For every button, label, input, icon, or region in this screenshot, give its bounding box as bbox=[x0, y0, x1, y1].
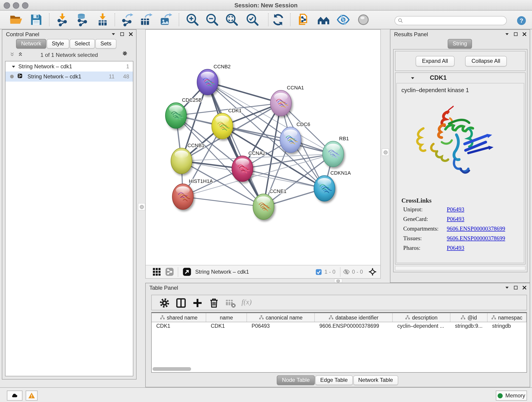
table-cell[interactable]: 9606.ENSP00000378699 bbox=[315, 322, 393, 330]
crosslink-link[interactable]: P06493 bbox=[447, 216, 464, 223]
control-panel-tab-style[interactable]: Style bbox=[47, 39, 69, 49]
hidden-eye-icon[interactable] bbox=[343, 268, 350, 275]
network-edge[interactable] bbox=[208, 82, 264, 207]
table-cell[interactable]: stringdb:9... bbox=[450, 322, 488, 330]
table-cell[interactable]: CDK1 bbox=[206, 322, 247, 330]
column-header--id[interactable]: @id bbox=[450, 313, 488, 322]
control-panel-close-icon[interactable] bbox=[128, 32, 133, 37]
results-scrollbar[interactable] bbox=[395, 266, 526, 270]
clone-network-button[interactable] bbox=[296, 13, 310, 27]
network-list-gear-icon[interactable] bbox=[122, 51, 130, 58]
table-cell[interactable]: CDK1 bbox=[152, 322, 206, 330]
first-neighbors-button[interactable] bbox=[317, 13, 330, 27]
table-panel-float-icon[interactable] bbox=[513, 285, 518, 290]
cdk1-expander-icon[interactable] bbox=[410, 76, 415, 81]
help-button[interactable]: ? bbox=[516, 16, 526, 26]
search-input[interactable] bbox=[405, 18, 504, 23]
zoom-selected-button[interactable] bbox=[246, 13, 259, 27]
network-edge[interactable] bbox=[183, 197, 264, 207]
table-cell[interactable]: P06493 bbox=[247, 322, 315, 330]
right-splitter-handle[interactable] bbox=[382, 148, 389, 156]
table-panel-tab-node-table[interactable]: Node Table bbox=[277, 375, 315, 385]
export-image-button[interactable] bbox=[159, 13, 173, 27]
network-node-cdkn1a[interactable]: CDKN1A bbox=[314, 170, 351, 201]
network-graph[interactable]: CCNB2CCNA1CDC25BCDK1CDC6RB1CCNB1CCNA2CDK… bbox=[146, 30, 380, 265]
control-panel-menu-icon[interactable] bbox=[111, 32, 116, 37]
control-panel-tab-network[interactable]: Network bbox=[16, 39, 46, 49]
network-node-ccna1[interactable]: CCNA1 bbox=[270, 85, 304, 116]
save-session-button[interactable] bbox=[29, 13, 43, 27]
crosslink-link[interactable]: P06493 bbox=[447, 245, 464, 252]
column-header-description[interactable]: description bbox=[393, 313, 450, 322]
import-table-button[interactable] bbox=[96, 13, 109, 27]
fit-selected-icon[interactable] bbox=[368, 268, 377, 276]
node-label: CDKN1A bbox=[330, 170, 351, 176]
shared-column-icon bbox=[405, 315, 410, 320]
network-node-rb1[interactable]: RB1 bbox=[323, 136, 349, 167]
column-header-canonical-name[interactable]: canonical name bbox=[247, 313, 315, 322]
table-panel-close-icon[interactable] bbox=[522, 285, 527, 290]
left-splitter-handle[interactable] bbox=[138, 203, 145, 211]
column-header-namespac[interactable]: namespac bbox=[488, 313, 526, 322]
delete-column-icon[interactable] bbox=[209, 298, 220, 308]
hide-selected-button[interactable] bbox=[336, 13, 350, 27]
open-session-button[interactable] bbox=[9, 13, 23, 27]
collapse-all-button[interactable]: Collapse All bbox=[465, 56, 507, 66]
import-network-button[interactable] bbox=[56, 13, 69, 27]
table-h-scrollbar[interactable] bbox=[152, 367, 191, 371]
zoom-out-button[interactable] bbox=[205, 13, 219, 27]
crosslink-link[interactable]: P06493 bbox=[447, 206, 464, 213]
results-panel-float-icon[interactable] bbox=[513, 32, 518, 37]
zoom-fit-button[interactable] bbox=[225, 13, 239, 27]
network-node-ccne1[interactable]: CCNE1 bbox=[253, 188, 287, 220]
results-panel-menu-icon[interactable] bbox=[505, 32, 510, 37]
refresh-button[interactable] bbox=[271, 13, 285, 27]
network-edge[interactable] bbox=[222, 126, 333, 154]
control-panel-tab-sets[interactable]: Sets bbox=[95, 39, 116, 49]
network-node-hist1h1a[interactable]: HIST1H1A bbox=[172, 178, 213, 210]
column-header-label: @id bbox=[467, 315, 477, 320]
show-all-button[interactable] bbox=[356, 13, 370, 27]
add-column-icon[interactable] bbox=[192, 298, 203, 308]
show-columns-icon[interactable] bbox=[176, 298, 186, 308]
export-network-button[interactable] bbox=[120, 13, 134, 27]
memory-button[interactable]: Memory bbox=[496, 390, 527, 401]
birds-eye-view-icon[interactable] bbox=[182, 267, 191, 276]
control-panel-tab-select[interactable]: Select bbox=[70, 39, 95, 49]
expand-all-button[interactable]: Expand All bbox=[416, 56, 454, 66]
collection-expander-icon[interactable] bbox=[11, 64, 16, 69]
warnings-button[interactable] bbox=[26, 390, 38, 401]
table-row[interactable]: CDK1CDK1P064939606.ENSP00000378699cyclin… bbox=[152, 322, 526, 330]
tab-string[interactable]: String bbox=[448, 39, 472, 49]
grid-mode-icon[interactable] bbox=[152, 267, 161, 276]
network-canvas[interactable]: CCNB2CCNA1CDC25BCDK1CDC6RB1CCNB1CCNA2CDK… bbox=[145, 29, 381, 279]
table-settings-icon[interactable] bbox=[159, 298, 170, 308]
bottom-splitter-handle[interactable] bbox=[334, 279, 342, 283]
zoom-in-button[interactable] bbox=[186, 13, 199, 27]
cloud-status-button[interactable] bbox=[7, 390, 22, 401]
import-database-button[interactable] bbox=[76, 13, 89, 27]
table-panel-tab-edge-table[interactable]: Edge Table bbox=[315, 375, 353, 385]
table-cell[interactable]: cyclin–dependent ... bbox=[393, 322, 450, 330]
table-panel-menu-icon[interactable] bbox=[505, 285, 510, 290]
network-node-ccnb1[interactable]: CCNB1 bbox=[171, 143, 205, 174]
network-node-ccnb2[interactable]: CCNB2 bbox=[197, 64, 231, 95]
network-collection-row[interactable]: String Network – cdk1 1 bbox=[6, 61, 133, 71]
crosslink-link[interactable]: 9606.ENSP00000378699 bbox=[447, 235, 505, 242]
control-panel-float-icon[interactable] bbox=[120, 32, 125, 37]
column-header-name[interactable]: name bbox=[206, 313, 247, 322]
table-panel-tab-network-table[interactable]: Network Table bbox=[353, 375, 398, 385]
selected-checkbox-icon[interactable] bbox=[315, 269, 322, 275]
export-table-button[interactable] bbox=[139, 13, 153, 27]
network-row-selected[interactable]: String Network – cdk1 11 48 bbox=[6, 71, 133, 82]
column-header-shared-name[interactable]: shared name bbox=[152, 313, 206, 322]
results-panel-close-icon[interactable] bbox=[522, 32, 527, 37]
column-header-database-identifier[interactable]: database identifier bbox=[315, 313, 393, 322]
search-icon bbox=[398, 18, 403, 23]
crosslink-link[interactable]: 9606.ENSP00000378699 bbox=[447, 225, 505, 232]
network-node-cdk1[interactable]: CDK1 bbox=[212, 108, 242, 139]
search-field[interactable] bbox=[394, 16, 507, 25]
table-cell[interactable]: stringdb bbox=[488, 322, 526, 330]
network-edge[interactable] bbox=[242, 169, 324, 188]
network-mode-icon[interactable] bbox=[165, 267, 174, 276]
